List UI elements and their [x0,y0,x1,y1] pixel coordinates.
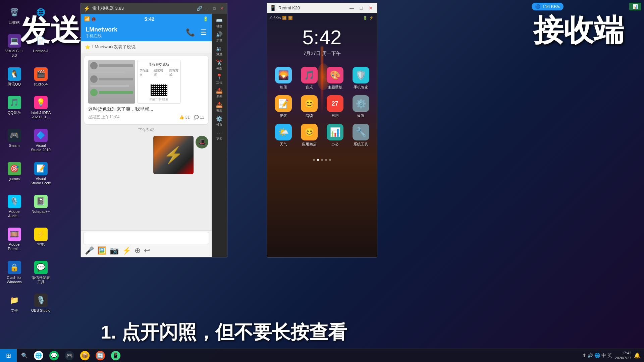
weather-app-label: 天气 [280,142,287,147]
desktop-icon-chrome[interactable]: 🌐 [29,4,53,26]
taskbar-search[interactable]: 🔍 [18,349,31,362]
desktop-icon-untitled[interactable]: 📄 Untitled-1 [29,33,53,59]
taskbar-steam[interactable]: 🎮 [62,349,77,362]
star-icon: ⭐ [85,45,90,50]
toolbar-location[interactable]: 📍 定位 [212,72,226,86]
desktop-icon-qq[interactable]: 🐧 腾讯QQ [3,66,26,88]
chat-area[interactable]: 学报提交成功 学报提交 → 提交时间 → 邮寄方式 [81,53,212,230]
theme-app-label: 主题壁纸 [328,85,342,90]
chat-image[interactable]: ⚡ [153,136,194,174]
redmi-battery-icon: 🔋 [363,16,368,20]
sim-text-2 [99,78,133,80]
desktop-icon-intellij[interactable]: 💡 IntelliJ IDEA 2020.1.3 ... [29,95,53,121]
redmi-app-settings[interactable]: ⚙️ 设置 [350,95,372,118]
contact-name: LMnetwork [86,26,117,33]
toolbar-screenshot[interactable]: ✂️ 截图 [212,58,226,72]
redmi-app-office[interactable]: 📊 办公 [324,124,346,147]
moments-notice-text: LMnetwork发表了说说 [92,44,136,50]
desktop-icon-visual-cpp[interactable]: 💻 Visual C++ 6.0 [3,33,26,59]
sim-row-3 [90,89,133,96]
chat-input-icons: 🎤 🖼️ 📷 ⚡ ⊕ ↩ [84,246,209,256]
toolbar-install[interactable]: 📥 安装 [212,100,226,114]
desktop-icon-adobe-premiere[interactable]: 🎞️ Adobe Premi... [3,226,26,252]
desktop-icon-wechat-dev[interactable]: 💬 微信开发者工具 [29,259,53,286]
redmi-app-row-2: 📝 便签 😊 阅读 27 日历 ⚙️ 设置 [270,95,374,118]
back-icon[interactable]: ↩ [144,246,150,255]
redmi-app-theme[interactable]: 🎨 主题壁纸 [324,67,346,90]
toolbar-keyboard[interactable]: ⌨️ 键盘 [212,16,226,30]
qq-icon: 🐧 [8,67,21,81]
wechat-header: LMnetwork 手机在线 📞 ☰ [81,24,212,41]
toolbar-volume-up[interactable]: 🔊 加量 [212,30,226,44]
desktop-icon-games[interactable]: 🎯 games [3,161,26,187]
keyboard-icon: ⌨️ [216,17,223,23]
icon-label-adobe-premiere: Adobe Premi... [4,242,25,251]
taskbar-android[interactable]: 📱 [108,349,123,362]
redmi-app-tools[interactable]: 🔧 系统工具 [350,124,372,147]
voice-input-icon[interactable]: 🎤 [85,246,94,255]
redmi-app-calendar[interactable]: 27 日历 [324,95,346,118]
desktop-icon-vscode[interactable]: 📝 Visual Studio Code [29,161,53,187]
leiguo-icon: ⚡ [34,228,48,241]
redmi-app-security[interactable]: 🛡️ 手机管家 [350,67,372,90]
moments-comments[interactable]: 💬 11 [194,115,204,120]
desktop-icon-obs[interactable]: 🎙️ OBS Studio [29,292,53,314]
step2: 提交时间 [154,68,163,77]
desktop-icon-notepad-plus[interactable]: 📓 Notepad++ [29,193,53,220]
toolbar-volume-down[interactable]: 🔉 减量 [212,44,226,58]
redmi-app-weather[interactable]: 🌤️ 天气 [273,124,294,147]
moments-chat-sim [88,60,135,104]
redmi-app-store[interactable]: 😊 应用商店 [299,124,320,147]
icon-label-obs: OBS Studio [31,308,50,313]
pixelated-background: ⚡ [153,136,194,174]
taskbar-item5[interactable]: 🔄 [93,349,108,362]
redmi-app-notes[interactable]: 📝 便签 [273,95,294,118]
settings-app-label: 设置 [357,113,365,118]
moments-likes[interactable]: 👍 31 [179,115,190,120]
more-options-icon[interactable]: ⊕ [135,246,141,255]
redmi-minimize-btn[interactable]: — [348,4,356,12]
icon-label-clash: Clash for Windows [4,276,25,284]
desktop-icon-leiguo[interactable]: ⚡ 雷电 [29,226,53,252]
taskbar-wechat[interactable]: 💬 [47,349,61,362]
desktop-icon-visual-studio-2019[interactable]: 🔷 Visual Studio 2019 [29,127,53,154]
more-icon: ⋯ [217,130,222,136]
desktop-icon-steam[interactable]: 🎮 Steam [3,127,26,154]
menu-icon[interactable]: ☰ [200,28,207,37]
taskbar-pugb[interactable]: 📦 [77,349,92,362]
redmi-close-btn[interactable]: ✕ [367,4,374,12]
toolbar-more[interactable]: ⋯ 更多 [212,128,226,142]
toolbar-multi[interactable]: 📤 多开 [212,86,226,100]
sim-text-3 [99,91,133,94]
chat-input-field[interactable] [84,232,209,244]
start-button[interactable]: ⊞ [0,349,17,362]
redmi-maximize-btn[interactable]: □ [358,4,365,12]
phone-call-icon[interactable]: 📞 [186,28,195,37]
desktop-icon-adobe-audition[interactable]: 🎙️ Adobe Auditi... [3,193,26,220]
desktop-icon-file[interactable]: 📁 文件 [3,292,26,314]
desktop-icon-studio64[interactable]: 🎬 studio64 [29,66,53,88]
redmi-app-reader[interactable]: 😊 阅读 [299,95,320,118]
desktop-icon-recycle[interactable]: 🗑️ 回收站 [3,4,26,26]
ldplayer-close-btn[interactable]: ✕ [219,6,224,11]
moments-notification[interactable]: ⭐ LMnetwork发表了说说 [81,41,212,53]
image-attach-icon[interactable]: 🖼️ [97,246,106,255]
ldplayer-maximize-btn[interactable]: □ [212,6,217,11]
ldplayer-minimize-btn[interactable]: — [204,6,210,11]
taskbar-chrome-icon: 🌐 [34,351,43,360]
toolbar-settings[interactable]: ⚙️ 设置 [212,114,226,128]
weather-app-icon: 🌤️ [275,124,292,140]
redmi-app-music[interactable]: 🎵 音乐 [299,67,320,90]
volume-down-label: 减量 [216,52,222,57]
flash-icon[interactable]: ⚡ [122,246,131,255]
desktop-icon-qq-music[interactable]: 🎵 QQ音乐 [3,95,26,121]
notification-icon[interactable]: 🔔 [634,352,641,359]
camera-icon[interactable]: 📷 [110,246,119,255]
studio64-icon: 🎬 [34,67,48,81]
icon-label-untitled: Untitled-1 [33,49,49,53]
desktop-icon-clash[interactable]: 🔒 Clash for Windows [3,259,26,286]
dot-1 [313,159,315,161]
taskbar-chrome[interactable]: 🌐 [31,349,46,362]
wechat-header-icons: 📞 ☰ [186,28,207,37]
redmi-app-camera[interactable]: 🌄 相册 [273,67,294,90]
